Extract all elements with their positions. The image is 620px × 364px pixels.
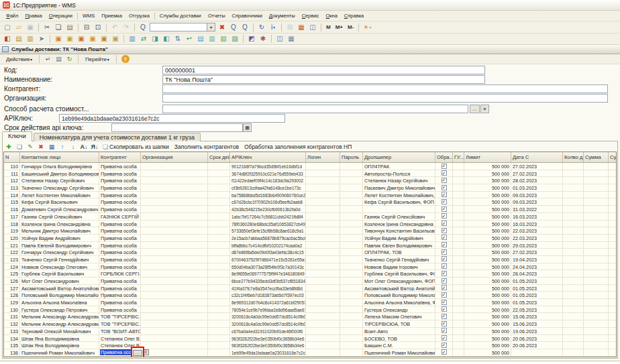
processed-checkbox[interactable]: ✓ bbox=[442, 170, 447, 176]
cell-processed[interactable]: ✓ bbox=[435, 349, 453, 356]
cell-password[interactable] bbox=[340, 270, 363, 277]
packing-icon[interactable]: ▥ bbox=[207, 34, 217, 44]
cell-gu[interactable] bbox=[453, 249, 464, 255]
cell-su[interactable] bbox=[609, 313, 617, 320]
cell-api_key[interactable]: 3674d8f2f325910c021e76d559eb433 bbox=[230, 170, 306, 177]
cell-sum[interactable] bbox=[584, 221, 609, 227]
cell-gu[interactable] bbox=[453, 306, 464, 313]
cell-organization[interactable] bbox=[141, 177, 208, 184]
memory-plus-icon[interactable]: M+ bbox=[333, 23, 345, 32]
cell-api_key[interactable]: c67ba0a4ed31911020b91de46f000f6 bbox=[230, 328, 306, 335]
column-header-login[interactable]: Логин bbox=[306, 152, 340, 162]
cell-su[interactable] bbox=[609, 184, 617, 191]
cell-date_from[interactable]: 01.05.2023 bbox=[511, 299, 563, 306]
cell-login[interactable] bbox=[306, 213, 340, 220]
cell-password[interactable] bbox=[340, 256, 363, 263]
cell-organization[interactable] bbox=[141, 299, 208, 306]
cell-n[interactable]: 127 bbox=[4, 285, 20, 292]
cell-password[interactable] bbox=[340, 335, 363, 342]
cell-login[interactable] bbox=[306, 328, 340, 335]
cell-counterparty[interactable]: Приватна особа bbox=[99, 285, 141, 292]
cell-login[interactable] bbox=[306, 192, 340, 198]
cell-organization[interactable] bbox=[141, 320, 208, 327]
cell-password[interactable] bbox=[340, 221, 363, 227]
table-row[interactable]: 123Ткаченко Сергій ГеннадійовичПриватна … bbox=[4, 256, 616, 263]
table-row[interactable]: 117Газнюк Сергій ОлексійовичГАЗНЮК СЕРГІ… bbox=[4, 213, 616, 221]
paste-icon[interactable]: ▤ bbox=[64, 23, 75, 32]
processed-checkbox[interactable]: ✓ bbox=[442, 335, 447, 341]
cell-gu[interactable] bbox=[453, 227, 464, 234]
column-header-counterparty[interactable]: Контрагент bbox=[99, 152, 141, 162]
cell-gu[interactable] bbox=[453, 335, 464, 342]
cell-api_key[interactable]: 67004637529f7d86471e15c5281e55a1 bbox=[230, 256, 306, 263]
cell-term[interactable] bbox=[208, 249, 230, 255]
cell-counterparty[interactable]: Степанюк Олег В.. bbox=[99, 335, 141, 342]
cell-password[interactable] bbox=[340, 184, 363, 191]
cell-contact[interactable]: Ткаченко Сергій Геннадійович bbox=[20, 256, 99, 263]
table-row[interactable]: 136Пшеничний Роман МиколайовичПриватна о… bbox=[4, 349, 616, 357]
cell-limit[interactable]: 500 000 bbox=[464, 227, 511, 234]
cell-su[interactable] bbox=[609, 177, 617, 184]
cell-processed[interactable]: ✓ bbox=[435, 270, 453, 277]
cell-password[interactable] bbox=[340, 342, 363, 349]
cell-password[interactable] bbox=[340, 306, 363, 313]
cell-api_key[interactable]: c32c1f4f6eb7d183873ab5d7f397ec03 bbox=[230, 292, 306, 298]
cell-api_key[interactable]: 3200618c4a0dc99e0dd57dc8514c0fb0 bbox=[230, 320, 306, 327]
cell-api_key[interactable]: 650d04ba3073a28f54fe0f3c7a30143c bbox=[230, 263, 306, 270]
cell-organization[interactable] bbox=[141, 278, 208, 284]
cell-password[interactable] bbox=[340, 313, 363, 320]
menu-Приемка[interactable]: Приемка bbox=[98, 11, 125, 20]
cell-organization[interactable] bbox=[141, 235, 208, 241]
cell-processed[interactable]: ✓ bbox=[435, 235, 453, 241]
cell-sum[interactable] bbox=[584, 299, 609, 306]
cell-term[interactable] bbox=[208, 328, 230, 335]
cell-counterparty[interactable]: Приватна особа bbox=[99, 163, 141, 170]
cell-sum[interactable] bbox=[584, 306, 609, 313]
cell-login[interactable] bbox=[306, 184, 340, 191]
cell-dropshipper[interactable]: Лепеха Максим Олегович bbox=[363, 313, 435, 320]
cell-organization[interactable] bbox=[141, 163, 208, 170]
return-doc-icon[interactable]: ↩ bbox=[184, 34, 195, 44]
cell-organization[interactable] bbox=[141, 349, 208, 356]
cell-login[interactable] bbox=[306, 235, 340, 241]
cell-n[interactable]: 113 bbox=[4, 184, 20, 191]
processed-checkbox[interactable]: ✓ bbox=[442, 314, 447, 319]
cell-api_key[interactable]: c67d26cbc1f70902b106d5eefb2aab8 bbox=[230, 198, 306, 205]
processed-checkbox[interactable]: ✓ bbox=[442, 349, 447, 355]
cell-contact[interactable]: Терновий Олексій Михайлович bbox=[20, 328, 99, 335]
cell-date_from[interactable]: 15.06.2023 bbox=[511, 313, 563, 320]
cell-sum[interactable] bbox=[584, 349, 609, 356]
cell-organization[interactable] bbox=[141, 221, 208, 227]
cell-dropshipper[interactable]: ОПЛ4ТРАК, ТОВ bbox=[363, 249, 435, 255]
cell-n[interactable]: 126 bbox=[4, 278, 20, 284]
menu-Правка[interactable]: Правка bbox=[21, 11, 45, 20]
cell-date_from[interactable]: 01.05.2023 bbox=[511, 278, 563, 284]
cell-contact[interactable]: Павлік Евгеній Володимирович bbox=[20, 242, 99, 249]
cell-processed[interactable]: ✓ bbox=[435, 328, 453, 335]
cell-password[interactable] bbox=[340, 227, 363, 234]
cell-contact[interactable]: Густера Олександр Петрович bbox=[20, 306, 99, 313]
outgoing-doc-icon[interactable]: ◧ bbox=[161, 34, 172, 44]
cell-login[interactable] bbox=[306, 270, 340, 277]
table-row[interactable]: 134Шпак Яна ВолодимирівнаСтепанюк Олег В… bbox=[4, 335, 616, 343]
exchange-icon[interactable]: ⇄ bbox=[138, 34, 149, 44]
cell-password[interactable] bbox=[340, 206, 363, 213]
cell-api_key[interactable]: 1abc7bf17264c7c56811cbb2421fb8f4 bbox=[230, 213, 306, 220]
menu-Документы[interactable]: Документы bbox=[266, 11, 299, 20]
cell-sum[interactable] bbox=[584, 227, 609, 234]
table-row[interactable]: 133Терновий Олексій МихайловичТОВ "ВІЗИТ… bbox=[4, 328, 616, 335]
processed-checkbox[interactable]: ✓ bbox=[442, 199, 447, 204]
cell-gu[interactable] bbox=[453, 170, 464, 177]
cell-gu[interactable] bbox=[453, 299, 464, 306]
cell-api_key[interactable]: 78054e1ce9b7e9fdaa1b8d96aad5ae67 bbox=[230, 306, 306, 313]
cell-date_from[interactable]: 20.06.2023 bbox=[511, 335, 563, 342]
cell-limit[interactable]: 500 000 bbox=[464, 278, 511, 284]
cell-date_from[interactable]: 16.03.2023 bbox=[511, 221, 563, 227]
cell-gu[interactable] bbox=[453, 270, 464, 277]
favorites-icon[interactable]: ✶▾ bbox=[362, 23, 372, 32]
cell-dropshipper[interactable]: Бакшин С.М. bbox=[363, 342, 435, 349]
cell-sum[interactable] bbox=[584, 170, 609, 177]
cell-counterparty[interactable]: Приватна осо...≡ bbox=[99, 349, 141, 356]
cell-term[interactable] bbox=[208, 221, 230, 227]
copy-row-icon[interactable]: ❏ bbox=[15, 143, 24, 151]
